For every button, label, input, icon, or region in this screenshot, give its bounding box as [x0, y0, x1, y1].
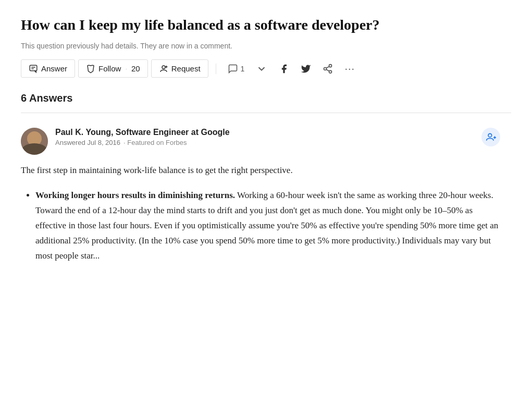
answer-date: Answered Jul 8, 2016	[55, 139, 120, 146]
avatar	[21, 128, 48, 155]
answers-count: 6 Answers	[21, 92, 511, 104]
svg-rect-0	[30, 66, 37, 71]
answer-list: Working longer hours results in diminish…	[21, 188, 500, 263]
follow-count: 20	[131, 64, 140, 73]
follow-icon	[86, 64, 95, 73]
follow-button[interactable]: Follow · 20	[78, 59, 148, 78]
answer-button[interactable]: Answer	[21, 59, 75, 78]
question-subtitle: This question previously had details. Th…	[21, 42, 511, 50]
follow-label: Follow	[98, 64, 121, 73]
add-person-icon	[486, 132, 496, 142]
request-button[interactable]: Request	[151, 59, 208, 78]
answer-author-row: Paul K. Young, Software Engineer at Goog…	[21, 128, 500, 155]
featured-badge: · Featured on Forbes	[123, 139, 187, 146]
action-bar: Answer Follow · 20 Reques	[21, 59, 511, 78]
request-label: Request	[171, 64, 201, 73]
author-meta: Answered Jul 8, 2016 · Featured on Forbe…	[55, 139, 230, 146]
answer-card: Paul K. Young, Software Engineer at Goog…	[21, 128, 500, 264]
downvote-button[interactable]	[252, 61, 271, 77]
facebook-share-button[interactable]	[275, 62, 293, 76]
answer-intro: The first step in maintaining work-life …	[21, 163, 500, 178]
comment-button[interactable]: 1	[224, 62, 249, 76]
more-button[interactable]: ···	[340, 60, 359, 77]
answer-icon	[29, 64, 38, 73]
svg-point-7	[324, 67, 327, 70]
request-icon	[159, 64, 168, 73]
author-name[interactable]: Paul K. Young, Software Engineer at Goog…	[55, 128, 230, 137]
svg-point-6	[329, 65, 332, 67]
answers-divider	[21, 113, 511, 113]
answer-label: Answer	[41, 64, 67, 73]
list-item: Working longer hours results in diminish…	[35, 188, 500, 263]
share-button[interactable]	[318, 62, 337, 76]
question-title: How can I keep my life balanced as a sof…	[21, 16, 469, 34]
author-info: Paul K. Young, Software Engineer at Goog…	[55, 128, 230, 146]
action-separator	[216, 64, 216, 74]
answers-section: 6 Answers Paul K. Young,	[21, 92, 511, 264]
follow-divider: ·	[125, 65, 127, 72]
svg-point-8	[329, 70, 332, 73]
follow-author-button[interactable]	[481, 128, 500, 146]
author-left: Paul K. Young, Software Engineer at Goog…	[21, 128, 230, 155]
svg-point-3	[162, 66, 165, 69]
svg-line-10	[327, 66, 330, 68]
comment-count: 1	[241, 65, 245, 73]
twitter-share-button[interactable]	[296, 62, 315, 76]
question-container: How can I keep my life balanced as a sof…	[21, 16, 511, 264]
svg-point-11	[488, 134, 492, 138]
bullet-strong: Working longer hours results in diminish…	[35, 190, 235, 200]
svg-line-9	[327, 69, 330, 71]
more-dots: ···	[344, 63, 355, 75]
bullet-rest: Working a 60-hour week isn't the same as…	[35, 190, 498, 261]
